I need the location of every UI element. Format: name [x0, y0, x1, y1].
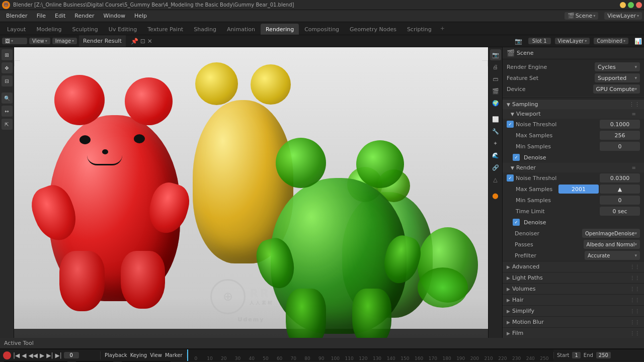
tab-modeling[interactable]: Modeling — [31, 24, 66, 35]
render-noise-check[interactable]: ✓ — [507, 174, 514, 182]
denoiser-dropdown[interactable]: OpenImageDenoise — [582, 229, 640, 238]
play-reverse-button[interactable]: ◀◀ — [29, 352, 38, 359]
viewport[interactable]: Frame:0 | Time:03:10.72 | Mem:198.45M, P… — [14, 47, 488, 338]
prop-icon-constraints[interactable]: 🔗 — [490, 162, 501, 173]
prefilter-dropdown[interactable]: Accurate — [585, 251, 640, 260]
advanced-section[interactable]: ▶ Advanced ⋮⋮ — [503, 261, 644, 272]
toolbar-btn-3[interactable]: ⊟ — [2, 75, 13, 86]
toolbar-btn-5[interactable]: ↔ — [2, 106, 13, 117]
viewport-noise-check[interactable]: ✓ — [507, 121, 514, 128]
jump-end-button[interactable]: ▶| — [55, 352, 62, 359]
viewport-min-samples-value[interactable]: 0 — [600, 142, 640, 151]
toolbar-btn-1[interactable]: ⊞ — [2, 49, 13, 60]
tab-layout[interactable]: Layout — [2, 24, 31, 35]
simplify-section[interactable]: ▶ Simplify ⋮⋮ — [503, 305, 644, 316]
film-dots[interactable]: ⋮⋮ — [630, 330, 640, 336]
prop-icon-output[interactable]: 🖨 — [490, 61, 501, 72]
jump-start-button[interactable]: |◀ — [13, 352, 20, 359]
viewport-denoise-check[interactable]: ✓ — [513, 154, 520, 161]
render-max-samples-arrows[interactable]: ▲ — [600, 185, 640, 194]
device-dropdown[interactable]: GPU Compute — [593, 84, 640, 94]
end-value[interactable]: 250 — [596, 352, 611, 358]
motion-blur-dots[interactable]: ⋮⋮ — [630, 319, 640, 325]
play-button[interactable]: ▶ — [40, 352, 44, 359]
tab-geometry-nodes[interactable]: Geometry Nodes — [345, 24, 401, 35]
render-engine-dropdown[interactable]: Cycles — [595, 62, 640, 71]
tab-scripting[interactable]: Scripting — [402, 24, 437, 35]
render-result-tab[interactable]: Render Result — [79, 35, 126, 47]
prop-icon-data[interactable]: △ — [490, 174, 501, 185]
close-button[interactable] — [636, 2, 642, 8]
light-paths-section[interactable]: ▶ Light Paths ⋮⋮ — [503, 272, 644, 283]
close-result-icon[interactable]: ✕ — [147, 38, 152, 45]
tab-add-button[interactable]: + — [437, 22, 448, 35]
hair-dots[interactable]: ⋮⋮ — [630, 297, 640, 303]
tab-animation[interactable]: Animation — [222, 24, 260, 35]
display-mode-selector[interactable]: Combined — [594, 38, 628, 44]
light-paths-dots[interactable]: ⋮⋮ — [630, 275, 640, 281]
render-subsection-header[interactable]: ▼ Render ≡ — [503, 163, 644, 172]
menu-file[interactable]: File — [33, 12, 50, 20]
maximize-button[interactable] — [628, 2, 634, 8]
camera-icon[interactable]: 📷 — [515, 38, 522, 45]
viewport-list-icon[interactable]: ≡ — [632, 111, 636, 117]
time-limit-value[interactable]: 0 sec — [600, 207, 640, 216]
view-menu-timeline[interactable]: View — [150, 352, 162, 358]
sampling-options[interactable]: ⋮⋮ — [629, 101, 640, 108]
feature-set-dropdown[interactable]: Supported — [595, 73, 640, 82]
simplify-dots[interactable]: ⋮⋮ — [630, 308, 640, 314]
window-controls[interactable] — [620, 2, 642, 8]
menu-window[interactable]: Window — [100, 12, 129, 20]
advanced-dots[interactable]: ⋮⋮ — [630, 264, 640, 269]
sampling-section-header[interactable]: ▼ Sampling ⋮⋮ — [503, 99, 644, 109]
tab-sculpting[interactable]: Sculpting — [67, 24, 103, 35]
render-max-samples-input[interactable]: 2001 — [558, 185, 599, 194]
render-noise-value[interactable]: 0.0300 — [600, 173, 640, 183]
tab-shading[interactable]: Shading — [189, 24, 221, 35]
record-button[interactable] — [3, 351, 11, 359]
film-section[interactable]: ▶ Film ⋮⋮ — [503, 327, 644, 338]
render-list-icon[interactable]: ≡ — [632, 165, 636, 170]
menu-render[interactable]: Render — [70, 12, 98, 20]
tab-compositing[interactable]: Compositing — [299, 24, 344, 35]
start-value[interactable]: 1 — [572, 352, 580, 358]
editor-type-selector[interactable]: 🖼 — [2, 38, 27, 44]
render-min-samples-value[interactable]: 0 — [600, 196, 640, 205]
histogram-icon[interactable]: 📊 — [634, 38, 642, 45]
menu-edit[interactable]: Edit — [51, 12, 69, 20]
prop-icon-render[interactable]: 📷 — [490, 49, 501, 60]
prop-icon-modifier[interactable]: 🔧 — [490, 126, 501, 137]
view-layer-header-selector[interactable]: ViewLayer — [555, 38, 590, 44]
tab-texture-paint[interactable]: Texture Paint — [142, 24, 188, 35]
marker-menu[interactable]: Marker — [165, 352, 183, 358]
slot-selector[interactable]: Slot 1 — [528, 38, 551, 44]
next-frame-button[interactable]: ▶| — [46, 352, 53, 359]
toolbar-btn-6[interactable]: ⇱ — [2, 119, 13, 130]
image-type-icon[interactable]: ⊡ — [140, 38, 145, 45]
volumes-dots[interactable]: ⋮⋮ — [630, 286, 640, 292]
scene-selector[interactable]: 🎬 Scene — [565, 12, 599, 20]
view-menu[interactable]: View — [29, 38, 50, 44]
current-frame-input[interactable]: 0 — [64, 352, 79, 358]
keying-menu[interactable]: Keying — [130, 352, 147, 358]
menu-blender[interactable]: Blender — [2, 12, 32, 20]
volumes-section[interactable]: ▶ Volumes ⋮⋮ — [503, 283, 644, 294]
prop-icon-particles[interactable]: ✦ — [490, 138, 501, 149]
timeline-ruler[interactable]: 0 10 20 30 40 50 60 70 80 90 100 110 120… — [187, 349, 553, 361]
toolbar-btn-2[interactable]: ✥ — [2, 62, 13, 73]
menu-help[interactable]: Help — [130, 12, 151, 20]
prop-icon-world[interactable]: 🌍 — [490, 98, 501, 109]
viewport-subsection-header[interactable]: ▼ Viewport ≡ — [503, 109, 644, 119]
viewlayer-selector[interactable]: ViewLayer — [604, 12, 642, 20]
passes-dropdown[interactable]: Albedo and Normal — [584, 240, 640, 249]
viewport-noise-value[interactable]: 0.1000 — [600, 120, 640, 129]
image-menu[interactable]: Image — [52, 38, 77, 44]
prop-icon-physics[interactable]: 🌊 — [490, 150, 501, 161]
prop-icon-view-layer[interactable]: 🗃 — [490, 73, 501, 84]
minimize-button[interactable] — [620, 2, 626, 8]
tab-uv-editing[interactable]: Uv Editing — [104, 24, 142, 35]
hair-section[interactable]: ▶ Hair ⋮⋮ — [503, 294, 644, 305]
pin-icon[interactable]: 📌 — [131, 38, 138, 45]
motion-blur-section[interactable]: ▶ Motion Blur ⋮⋮ — [503, 316, 644, 327]
prop-icon-scene[interactable]: 🎬 — [490, 85, 501, 97]
